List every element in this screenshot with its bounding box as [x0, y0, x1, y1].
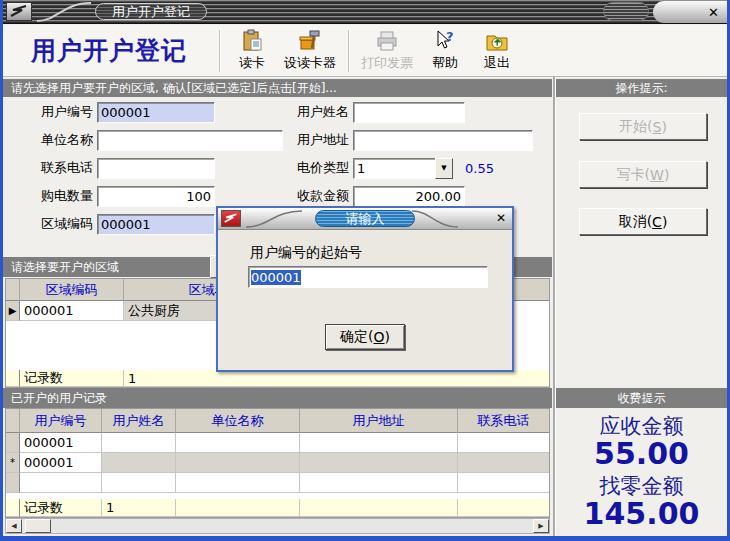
exit-button[interactable]: 退出: [471, 27, 523, 75]
user-addr-column-header[interactable]: 用户地址: [300, 409, 458, 433]
print-invoice-label: 打印发票: [361, 54, 413, 72]
user-name-cell[interactable]: [102, 433, 176, 453]
phone-cell[interactable]: [458, 453, 549, 473]
user-name-label: 用户姓名: [283, 103, 349, 121]
user-addr-cell[interactable]: [300, 433, 458, 453]
dialog-close-button[interactable]: ✕: [496, 211, 506, 225]
horizontal-scrollbar[interactable]: ◀ ▶: [5, 518, 550, 534]
titlebar-ornament: [603, 2, 649, 21]
form-row: 电价类型 ▼ 0.55: [283, 157, 494, 179]
area-code-column-header[interactable]: 区域编码: [20, 279, 124, 301]
dialog-title: 请输入: [315, 210, 415, 227]
org-name-cell[interactable]: [176, 433, 300, 453]
set-reader-label: 设读卡器: [284, 54, 336, 72]
window-title: 用户开户登记: [95, 3, 207, 20]
svg-text:?: ?: [446, 29, 454, 44]
scroll-left-icon[interactable]: ◀: [6, 519, 22, 533]
record-count-label: 记录数: [20, 370, 124, 387]
price-rate-value: 0.55: [465, 161, 494, 176]
org-name-cell[interactable]: [176, 473, 300, 493]
user-addr-field[interactable]: [353, 130, 533, 151]
ok-key: O: [373, 329, 384, 345]
prompt-bar: 请先选择用户要开户的区域, 确认[区域已选定]后点击[开始]...: [3, 79, 552, 97]
user-name-cell[interactable]: [102, 453, 176, 473]
row-marker-header: [6, 279, 20, 301]
form-row: 收款金额: [283, 185, 465, 207]
form-row: 用户地址: [283, 129, 533, 151]
user-no-cell[interactable]: 000001: [20, 453, 102, 473]
user-no-column-header[interactable]: 用户编号: [20, 409, 102, 433]
org-name-column-header[interactable]: 单位名称: [176, 409, 300, 433]
org-name-field[interactable]: [97, 130, 283, 151]
start-button: 开始(S): [579, 113, 707, 140]
user-no-cell[interactable]: [20, 473, 102, 493]
user-addr-cell[interactable]: [300, 453, 458, 473]
area-code-field[interactable]: [97, 214, 215, 235]
user-no-field[interactable]: [97, 102, 215, 123]
exit-icon: [485, 29, 509, 53]
phone-column-header[interactable]: 联系电话: [458, 409, 549, 433]
form-row: 单位名称: [11, 129, 283, 151]
user-addr-label: 用户地址: [283, 131, 349, 149]
footer-marker-cell: [6, 370, 20, 387]
window-close-button[interactable]: ✕: [700, 5, 727, 20]
set-reader-button[interactable]: 设读卡器: [278, 27, 342, 75]
area-code-cell[interactable]: 000001: [20, 301, 124, 321]
purchase-qty-field[interactable]: [97, 186, 215, 207]
toolbar: 用户开户登记 读卡 设读卡器: [3, 25, 727, 77]
user-table-footer: 记录数 1: [6, 499, 549, 517]
user-table-header: 用户编号 用户姓名 单位名称 用户地址 联系电话: [6, 409, 549, 433]
help-button[interactable]: ? 帮助: [419, 27, 471, 75]
area-table-footer: 记录数 1: [6, 370, 549, 387]
panel-divider: [553, 77, 555, 536]
phone-field[interactable]: [97, 158, 215, 179]
footer-cell: [176, 499, 300, 517]
form-row: 用户编号: [11, 101, 215, 123]
user-name-cell[interactable]: [102, 473, 176, 493]
user-name-column-header[interactable]: 用户姓名: [102, 409, 176, 433]
cancel-key: C: [652, 214, 662, 230]
scrollbar-thumb[interactable]: [25, 519, 51, 533]
user-no-cell[interactable]: 000001: [20, 433, 102, 453]
table-row[interactable]: 000001: [6, 433, 549, 453]
write-card-label: 写卡(: [617, 166, 650, 184]
user-name-field[interactable]: [353, 102, 465, 123]
dialog-input[interactable]: 000001: [248, 266, 488, 288]
due-amount-value: 55.00: [556, 436, 727, 471]
write-card-key: W: [650, 167, 664, 183]
print-invoice-button: 打印发票: [355, 27, 419, 75]
dialog-logo-icon: [221, 210, 241, 227]
toolbox-icon: [298, 29, 322, 53]
form-row: 区域编码: [11, 213, 215, 235]
phone-cell[interactable]: [458, 433, 549, 453]
price-type-value[interactable]: [353, 158, 435, 179]
amount-field[interactable]: [353, 186, 465, 207]
window-titlebar: 用户开户登记 ✕: [3, 0, 727, 24]
write-card-button: 写卡(W): [579, 161, 707, 188]
help-icon: ?: [433, 29, 457, 53]
dialog-titlebar: 请输入 ✕: [218, 208, 512, 230]
cancel-button[interactable]: 取消(C): [579, 208, 707, 235]
scroll-right-icon[interactable]: ▶: [533, 519, 549, 533]
printer-icon: [375, 29, 399, 53]
price-type-combo[interactable]: ▼: [353, 158, 453, 179]
table-row[interactable]: * 000001: [6, 453, 549, 473]
form-row: 用户姓名: [283, 101, 465, 123]
read-card-button[interactable]: 读卡: [226, 27, 278, 75]
chevron-down-icon[interactable]: ▼: [435, 158, 453, 179]
cancel-label: 取消(: [619, 213, 652, 231]
user-addr-cell[interactable]: [300, 473, 458, 493]
write-card-label-end: ): [664, 167, 669, 183]
table-row[interactable]: [6, 473, 549, 493]
exit-label: 退出: [484, 54, 510, 72]
phone-cell[interactable]: [458, 473, 549, 493]
price-type-label: 电价类型: [283, 159, 349, 177]
row-marker: [6, 433, 20, 453]
record-count-value: 1: [124, 370, 549, 387]
org-name-cell[interactable]: [176, 453, 300, 473]
ok-label-end: ): [385, 329, 390, 345]
record-count-label: 记录数: [20, 499, 102, 517]
titlebar-right: ✕: [653, 1, 727, 23]
ok-button[interactable]: 确定(O): [325, 324, 405, 350]
row-marker-header: [6, 409, 20, 433]
